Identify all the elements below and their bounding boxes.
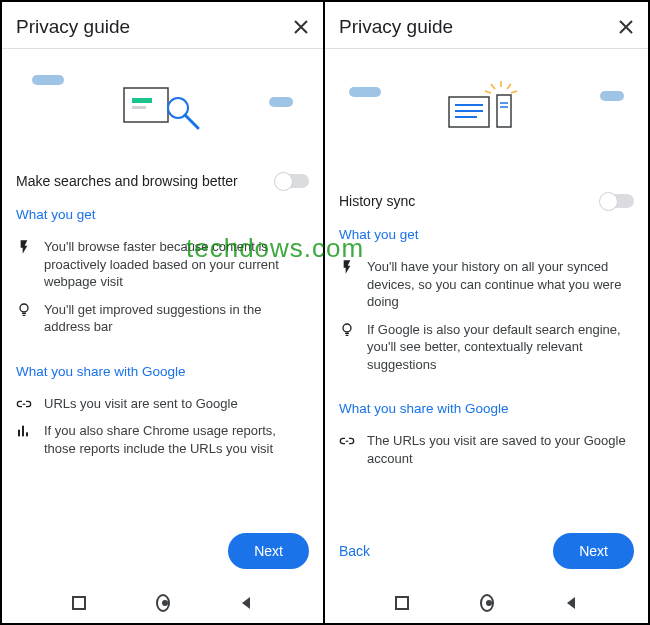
list-item: You'll browse faster because content is … — [44, 238, 309, 291]
header: Privacy guide — [2, 2, 323, 49]
pane-right: Privacy guide — [325, 0, 650, 625]
svg-line-10 — [491, 84, 495, 89]
svg-rect-7 — [22, 426, 24, 437]
hero-image — [2, 67, 323, 147]
section-share-title: What you share with Google — [2, 364, 323, 379]
section-get-title: What you get — [2, 207, 323, 222]
nav-home-icon[interactable] — [480, 596, 494, 610]
setting-label: History sync — [339, 193, 415, 209]
bulb-icon — [339, 322, 355, 338]
list-item: The URLs you visit are saved to your Goo… — [367, 432, 634, 467]
footer: Back Next — [325, 533, 648, 583]
close-icon[interactable] — [293, 19, 309, 35]
link-icon — [339, 433, 355, 449]
bolt-icon — [16, 239, 32, 255]
share-list: URLs you visit are sent to Google If you… — [2, 385, 323, 468]
section-get-title: What you get — [325, 227, 648, 242]
next-button[interactable]: Next — [228, 533, 309, 569]
toggle-switch[interactable] — [600, 194, 634, 208]
list-item: URLs you visit are sent to Google — [44, 395, 238, 413]
back-button[interactable]: Back — [339, 543, 370, 559]
svg-line-11 — [507, 84, 511, 89]
setting-row: History sync — [325, 193, 648, 209]
svg-rect-0 — [124, 88, 168, 122]
bolt-icon — [339, 259, 355, 275]
page-title: Privacy guide — [339, 16, 453, 38]
list-item: You'll get improved suggestions in the a… — [44, 301, 309, 336]
svg-rect-6 — [18, 430, 20, 437]
next-button[interactable]: Next — [553, 533, 634, 569]
list-item: If Google is also your default search en… — [367, 321, 634, 374]
setting-label: Make searches and browsing better — [16, 173, 238, 189]
bars-icon — [16, 423, 32, 439]
svg-point-21 — [343, 324, 351, 332]
link-icon — [16, 396, 32, 412]
toggle-switch[interactable] — [275, 174, 309, 188]
nav-back-icon[interactable] — [239, 596, 253, 610]
footer: Next — [2, 533, 323, 583]
svg-line-13 — [511, 91, 517, 93]
setting-row: Make searches and browsing better — [2, 173, 323, 189]
nav-recents-icon[interactable] — [395, 596, 409, 610]
svg-line-4 — [185, 115, 198, 128]
svg-rect-2 — [132, 106, 146, 109]
list-item: You'll have your history on all your syn… — [367, 258, 634, 311]
get-list: You'll have your history on all your syn… — [325, 248, 648, 383]
nav-home-icon[interactable] — [156, 596, 170, 610]
share-list: The URLs you visit are saved to your Goo… — [325, 422, 648, 477]
svg-point-5 — [20, 304, 28, 312]
section-share-title: What you share with Google — [325, 401, 648, 416]
bulb-icon — [16, 302, 32, 318]
svg-line-12 — [485, 91, 491, 93]
pane-left: Privacy guide Make searches and browsing… — [0, 0, 325, 625]
get-list: You'll browse faster because content is … — [2, 228, 323, 346]
svg-rect-18 — [497, 95, 511, 127]
svg-rect-8 — [26, 433, 28, 437]
header: Privacy guide — [325, 2, 648, 49]
close-icon[interactable] — [618, 19, 634, 35]
nav-back-icon[interactable] — [564, 596, 578, 610]
hero-image — [325, 67, 648, 147]
android-navbar — [2, 583, 323, 623]
android-navbar — [325, 583, 648, 623]
nav-recents-icon[interactable] — [72, 596, 86, 610]
page-title: Privacy guide — [16, 16, 130, 38]
svg-rect-1 — [132, 98, 152, 103]
list-item: If you also share Chrome usage reports, … — [44, 422, 309, 457]
